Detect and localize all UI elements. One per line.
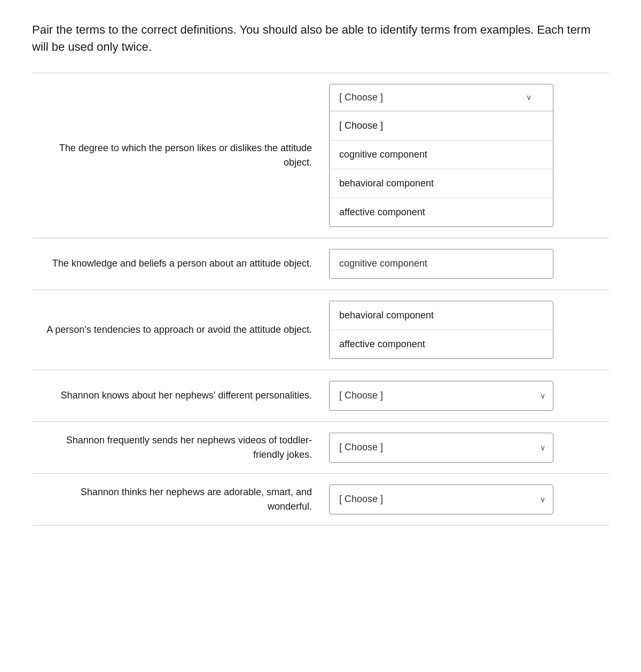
- table-row: Shannon thinks her nephews are adorable,…: [32, 473, 609, 525]
- dropdown-5[interactable]: [ Choose ] ∨: [329, 433, 553, 463]
- question-2: The knowledge and beliefs a person about…: [32, 238, 320, 290]
- answer-cell-2: cognitive component: [320, 238, 609, 290]
- dropdown-6[interactable]: [ Choose ] ∨: [329, 485, 553, 514]
- table-row: Shannon frequently sends her nephews vid…: [32, 421, 609, 473]
- answer-cell-3: behavioral component affective component: [320, 290, 609, 370]
- dropdown-option-affective-3[interactable]: affective component: [330, 330, 553, 358]
- dropdown-label-4: [ Choose ]: [339, 390, 383, 401]
- table-row: The knowledge and beliefs a person about…: [32, 238, 609, 290]
- answer-cell-1: [ Choose ] ∨ [ Choose ] cognitive compon…: [320, 73, 609, 238]
- answer-cell-5: [ Choose ] ∨: [320, 421, 609, 473]
- matching-table: The degree to which the person likes or …: [32, 73, 609, 526]
- dropdown-2[interactable]: cognitive component: [329, 249, 553, 279]
- question-3: A person's tendencies to approach or avo…: [32, 290, 320, 370]
- chevron-icon-1: ∨: [526, 93, 531, 101]
- table-row: The degree to which the person likes or …: [32, 73, 609, 238]
- dropdown-option-behavioral-1[interactable]: behavioral component: [330, 169, 553, 198]
- table-row: A person's tendencies to approach or avo…: [32, 290, 609, 370]
- chevron-icon-4: ∨: [540, 392, 545, 400]
- dropdown-label-5: [ Choose ]: [339, 442, 383, 453]
- dropdown-option-affective-1[interactable]: affective component: [330, 198, 553, 226]
- question-4: Shannon knows about her nephews' differe…: [32, 370, 320, 421]
- dropdown-label-6: [ Choose ]: [339, 494, 383, 505]
- question-6: Shannon thinks her nephews are adorable,…: [32, 473, 320, 525]
- answer-cell-4: [ Choose ] ∨: [320, 370, 609, 421]
- chevron-icon-5: ∨: [540, 443, 545, 452]
- dropdown-option-cognitive-1[interactable]: cognitive component: [330, 140, 553, 169]
- dropdown-open-1[interactable]: [ Choose ] ∨ [ Choose ] cognitive compon…: [329, 84, 553, 227]
- dropdown-header-label-1: [ Choose ]: [339, 92, 383, 103]
- dropdown-header-1[interactable]: [ Choose ] ∨: [330, 84, 553, 111]
- dropdown-4[interactable]: [ Choose ] ∨: [329, 381, 553, 411]
- question-1: The degree to which the person likes or …: [32, 73, 320, 238]
- question-5: Shannon frequently sends her nephews vid…: [32, 421, 320, 473]
- answer-cell-6: [ Choose ] ∨: [320, 473, 609, 525]
- table-row: Shannon knows about her nephews' differe…: [32, 370, 609, 421]
- dropdown-open-3[interactable]: behavioral component affective component: [329, 301, 553, 359]
- chevron-icon-6: ∨: [540, 495, 545, 504]
- dropdown-option-behavioral-3[interactable]: behavioral component: [330, 301, 553, 330]
- dropdown-option-choose-1[interactable]: [ Choose ]: [330, 111, 553, 140]
- dropdown-selected-label-2: cognitive component: [339, 258, 427, 269]
- instructions-text: Pair the terms to the correct definition…: [32, 21, 609, 56]
